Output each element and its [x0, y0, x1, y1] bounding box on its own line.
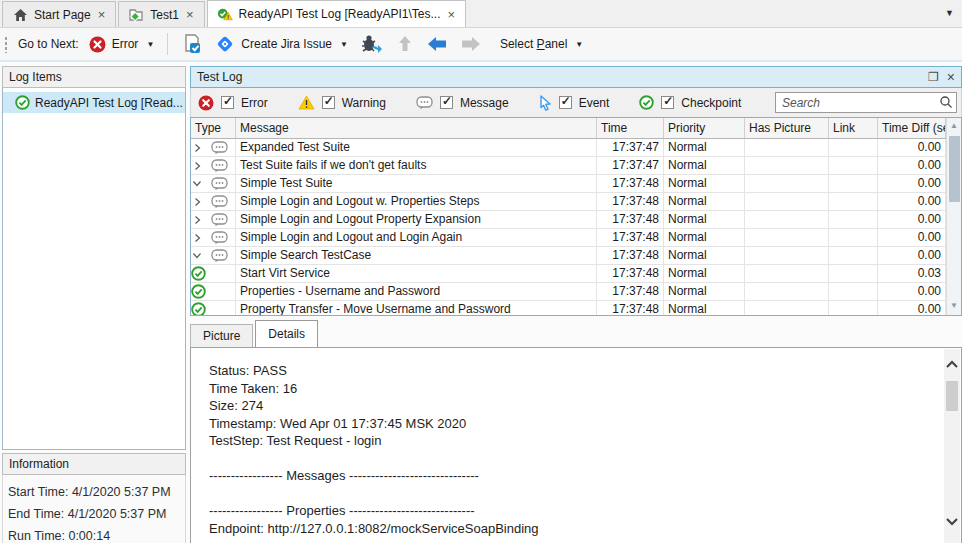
column-header-has-picture[interactable]: Has Picture [745, 118, 829, 138]
table-row[interactable]: Simple Login and Logout Property Expansi… [191, 211, 961, 229]
table-row[interactable]: Test Suite fails if we don't get faults1… [191, 157, 961, 175]
cell-has-picture [745, 283, 829, 300]
table-row[interactable]: Simple Login and Logout w. Properties St… [191, 193, 961, 211]
column-header-message[interactable]: Message [236, 118, 597, 138]
type-cell [191, 283, 236, 300]
filter-error: Error [198, 95, 268, 111]
log-items-tree: ReadyAPI Test Log [Read... [2, 88, 186, 450]
close-tab-icon[interactable]: × [185, 9, 195, 20]
search-input[interactable] [775, 92, 957, 113]
tab-test1[interactable]: Test1× [118, 1, 204, 27]
details-scrollbar[interactable] [944, 349, 960, 543]
testlog-status-icon [217, 7, 233, 22]
table-row[interactable]: Simple Test Suite17:37:48Normal0.00 [191, 175, 961, 193]
detail-tab-details[interactable]: Details [255, 320, 318, 347]
table-row[interactable]: Simple Login and Logout and Login Again1… [191, 229, 961, 247]
cell-priority: Normal [664, 175, 745, 192]
goto-next-dropdown[interactable]: Error ▼ [83, 33, 161, 56]
chevron-right-icon[interactable] [191, 161, 203, 171]
column-header-priority[interactable]: Priority [664, 118, 745, 138]
filter-warning: Warning [298, 95, 386, 110]
create-test-report-button[interactable] [175, 30, 209, 58]
close-tab-icon[interactable]: × [97, 9, 107, 20]
column-header-type[interactable]: Type [191, 118, 236, 138]
column-header-time[interactable]: Time [597, 118, 664, 138]
type-cell [191, 139, 236, 156]
filter-checkbox-message[interactable] [440, 96, 453, 109]
tab-start-page[interactable]: Start Page× [2, 1, 116, 27]
table-row[interactable]: Properties - Username and Password17:37:… [191, 283, 961, 301]
arrow-left-icon [426, 35, 448, 53]
scroll-up-icon[interactable]: ▲ [947, 120, 961, 132]
information-panel-body: Start Time: 4/1/2020 5:37 PMEnd Time: 4/… [2, 475, 186, 543]
cell-message: Simple Test Suite [236, 175, 597, 192]
maximize-panel-icon[interactable]: ❐ [928, 71, 939, 83]
cell-time: 17:37:48 [597, 229, 664, 246]
chevron-down-icon: ▼ [146, 40, 154, 49]
toolbar-grip-handle[interactable] [3, 35, 8, 53]
filter-checkbox-error[interactable] [221, 96, 234, 109]
table-scrollbar[interactable]: ▲ ▼ [946, 118, 961, 315]
cell-link [829, 157, 878, 174]
readyapi-window: Start Page×Test1×ReadyAPI Test Log [Read… [0, 0, 962, 543]
log-table: Type Message Time Priority Has Picture L… [190, 117, 962, 316]
scrollbar-thumb[interactable] [949, 136, 960, 202]
chevron-down-expander-icon[interactable] [191, 179, 203, 188]
home-icon [12, 7, 28, 22]
cell-time: 17:37:48 [597, 211, 664, 228]
close-panel-icon[interactable]: × [947, 71, 955, 83]
cell-time: 17:37:47 [597, 157, 664, 174]
type-cell [191, 211, 236, 228]
scroll-down-icon[interactable] [945, 515, 959, 529]
table-row[interactable]: Property Transfer - Move Username and Pa… [191, 301, 961, 316]
cell-message: Test Suite fails if we don't get faults [236, 157, 597, 174]
filter-checkbox-event[interactable] [559, 96, 572, 109]
cell-time-diff: 0.00 [878, 283, 946, 300]
scrollbar-thumb[interactable] [946, 381, 958, 411]
filter-event: Event [539, 95, 610, 111]
type-cell [191, 301, 236, 316]
select-panel-dropdown[interactable]: Select Panel ▼ [494, 34, 589, 54]
table-row[interactable]: Expanded Test Suite17:37:47Normal0.00 [191, 139, 961, 157]
cell-time-diff: 0.00 [878, 175, 946, 192]
cell-priority: Normal [664, 247, 745, 264]
filter-checkbox-checkpoint[interactable] [661, 96, 674, 109]
navigate-back-button[interactable] [420, 32, 454, 56]
column-header-link[interactable]: Link [829, 118, 878, 138]
cell-link [829, 139, 878, 156]
log-filter-bar: ErrorWarningMessageEventCheckpoint [190, 88, 962, 117]
detail-tab-picture[interactable]: Picture [190, 324, 253, 347]
chevron-down-expander-icon[interactable] [191, 251, 203, 260]
chevron-right-icon[interactable] [191, 215, 203, 225]
cell-time-diff: 0.00 [878, 157, 946, 174]
log-items-tree-item[interactable]: ReadyAPI Test Log [Read... [3, 92, 185, 113]
filter-checkbox-warning[interactable] [322, 96, 335, 109]
details-line: Endpoint: http://127.0.0.1:8082/mockServ… [209, 520, 961, 538]
column-header-time-diff[interactable]: Time Diff (sec) [878, 118, 946, 138]
cell-has-picture [745, 193, 829, 210]
document-tab-bar: Start Page×Test1×ReadyAPI Test Log [Read… [0, 0, 962, 28]
details-line: ----------------- Properties -----------… [209, 502, 961, 520]
cell-time-diff: 0.00 [878, 229, 946, 246]
arrow-right-icon [460, 35, 482, 53]
chevron-right-icon[interactable] [191, 143, 203, 153]
navigate-forward-button[interactable] [454, 32, 488, 56]
up-level-button[interactable] [390, 31, 420, 57]
scroll-down-icon[interactable]: ▼ [947, 300, 961, 312]
filter-label: Error [241, 96, 268, 110]
chevron-right-icon[interactable] [191, 197, 203, 207]
scroll-up-icon[interactable] [945, 357, 959, 371]
create-jira-issue-dropdown[interactable]: Create Jira Issue ▼ [209, 31, 354, 57]
tab-readyapi-test-log-readyapi1-tes[interactable]: ReadyAPI Test Log [ReadyAPI1\Tes...× [207, 0, 466, 27]
details-line: Size: 274 [209, 397, 961, 415]
share-bug-button[interactable] [354, 31, 390, 57]
table-row[interactable]: Simple Search TestCase17:37:48Normal0.00 [191, 247, 961, 265]
search-icon[interactable] [939, 95, 953, 112]
cell-message: Simple Login and Logout Property Expansi… [236, 211, 597, 228]
cell-time-diff: 0.00 [878, 301, 946, 316]
details-line [209, 485, 961, 503]
tab-overflow-chevron-down-icon[interactable]: ▼ [945, 8, 954, 18]
chevron-right-icon[interactable] [191, 233, 203, 243]
close-tab-icon[interactable]: × [446, 9, 456, 20]
table-row[interactable]: Start Virt Service17:37:48Normal0.03 [191, 265, 961, 283]
